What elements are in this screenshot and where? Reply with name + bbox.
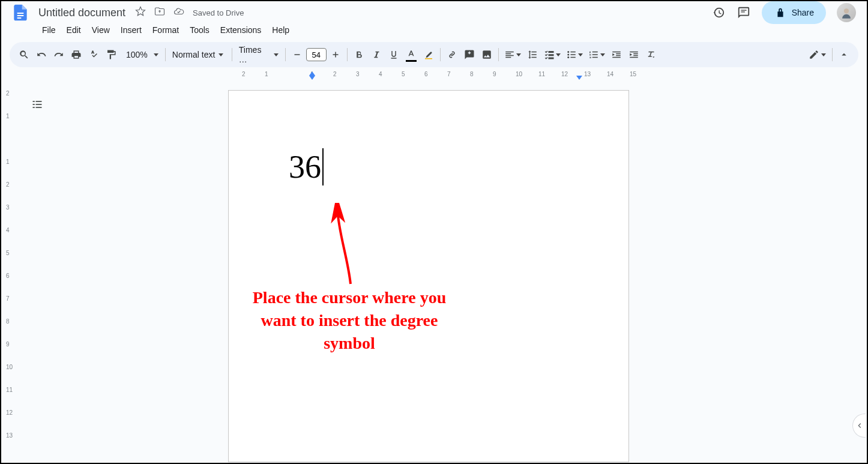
svg-rect-16 [36,101,42,102]
decrease-indent-icon[interactable] [608,46,625,63]
svg-point-5 [844,8,849,13]
star-icon[interactable] [135,6,146,19]
paragraph-style-dropdown[interactable]: Normal text [169,47,229,62]
align-icon[interactable] [502,46,523,63]
text-cursor [322,148,324,185]
svg-rect-4 [741,11,744,12]
svg-rect-17 [33,104,35,105]
svg-rect-15 [33,101,35,102]
share-button[interactable]: Share [762,1,826,24]
svg-rect-2 [17,17,22,19]
menu-bar: File Edit View Insert Format Tools Exten… [1,22,867,38]
menu-extensions[interactable]: Extensions [215,23,266,36]
svg-rect-12 [570,52,575,53]
separator [347,48,348,61]
highlight-icon[interactable] [420,46,437,63]
increase-font-icon[interactable] [327,46,344,63]
svg-rect-20 [36,107,42,108]
menu-format[interactable]: Format [148,23,184,36]
separator [165,48,166,61]
zoom-dropdown[interactable]: 100% [120,47,162,62]
docs-logo[interactable] [8,1,32,25]
svg-rect-19 [33,107,35,108]
svg-rect-6 [294,54,300,55]
svg-rect-3 [741,10,746,10]
editing-mode-icon[interactable] [805,46,829,63]
decrease-font-icon[interactable] [289,46,306,63]
menu-insert[interactable]: Insert [116,23,146,36]
cloud-saved-icon[interactable] [173,6,184,19]
zoom-label: 100% [124,50,150,59]
text-color-icon[interactable] [403,46,420,63]
menu-view[interactable]: View [87,23,115,36]
svg-rect-1 [17,15,24,16]
menu-edit[interactable]: Edit [62,23,86,36]
svg-point-10 [567,54,569,56]
print-icon[interactable] [68,46,85,63]
move-icon[interactable] [154,6,165,19]
collapse-toolbar-icon[interactable] [836,46,852,63]
horizontal-ruler[interactable]: 21123456789101112131415 [16,71,858,82]
menu-help[interactable]: Help [267,23,294,36]
increase-indent-icon[interactable] [625,46,642,63]
document-page[interactable]: 36 [228,90,629,462]
comment-add-icon[interactable] [461,46,478,63]
svg-rect-14 [570,57,575,58]
chevron-down-icon [600,53,605,56]
svg-rect-0 [17,13,24,14]
history-icon[interactable] [711,5,726,20]
annotation-text: Place the cursor where you want to inser… [241,286,457,354]
outline-button[interactable] [28,95,47,114]
header-right: Share [711,1,860,24]
svg-rect-18 [36,104,42,105]
chevron-down-icon [578,53,583,56]
chevron-down-icon [274,53,279,56]
toolbar: 100% Normal text Times … 54 [10,42,858,67]
italic-icon[interactable] [368,46,385,63]
chevron-down-icon [556,53,561,56]
font-dropdown[interactable]: Times … [235,43,282,67]
chevron-down-icon [219,53,223,56]
document-content[interactable]: 36 [289,148,324,185]
clear-formatting-icon[interactable] [643,46,660,63]
comments-icon[interactable] [737,5,751,20]
share-label: Share [792,8,814,17]
chevron-down-icon [154,53,158,56]
chevron-down-icon [516,53,521,56]
vertical-ruler[interactable]: 2112345678910111213 [2,90,17,462]
saved-status: Saved to Drive [193,8,244,17]
side-panel-toggle[interactable] [852,414,866,438]
font-size-input[interactable]: 54 [306,48,327,61]
style-label: Normal text [172,50,215,59]
numbered-list-icon[interactable] [586,46,607,63]
paint-format-icon[interactable] [103,46,119,63]
underline-icon[interactable] [385,46,402,63]
checklist-icon[interactable] [541,46,563,63]
svg-rect-8 [335,52,336,58]
separator [232,48,232,61]
link-icon[interactable] [444,46,460,63]
redo-icon[interactable] [50,46,67,63]
search-icon[interactable] [16,46,32,63]
separator [832,48,833,61]
spellcheck-icon[interactable] [85,46,102,63]
undo-icon[interactable] [33,46,50,63]
header-bar: Untitled document Saved to Drive Share [1,1,867,22]
menu-file[interactable]: File [37,23,61,36]
menu-tools[interactable]: Tools [185,23,214,36]
avatar[interactable] [837,3,856,22]
font-label: Times … [239,45,270,64]
separator [440,48,441,61]
separator [285,48,286,61]
svg-point-11 [567,56,569,58]
svg-rect-13 [570,54,575,55]
title-icons: Saved to Drive [135,6,244,19]
bold-icon[interactable] [351,46,367,63]
image-icon[interactable] [478,46,495,63]
separator [498,48,499,61]
svg-point-9 [567,51,569,53]
chevron-down-icon [821,53,826,56]
document-title[interactable]: Untitled document [35,5,129,20]
bulleted-list-icon[interactable] [564,46,585,63]
line-spacing-icon[interactable] [524,46,541,63]
